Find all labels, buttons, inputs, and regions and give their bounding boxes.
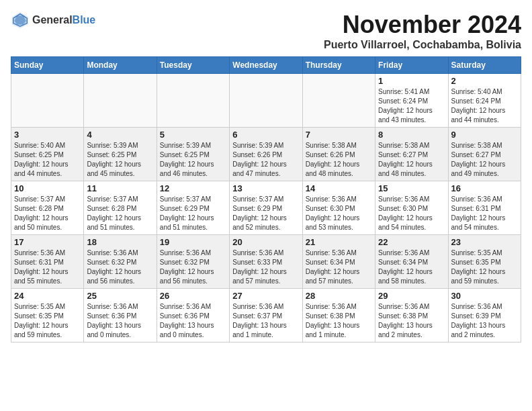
- calendar-subtitle: Puerto Villarroel, Cochabamba, Bolivia: [324, 39, 521, 51]
- day-detail: Sunrise: 5:36 AM Sunset: 6:34 PM Dayligh…: [306, 248, 372, 286]
- calendar-title: November 2024: [324, 11, 521, 39]
- calendar-cell: [11, 74, 84, 128]
- calendar-cell: 4Sunrise: 5:39 AM Sunset: 6:25 PM Daylig…: [84, 128, 157, 181]
- day-detail: Sunrise: 5:37 AM Sunset: 6:29 PM Dayligh…: [232, 195, 299, 232]
- day-detail: Sunrise: 5:39 AM Sunset: 6:26 PM Dayligh…: [232, 141, 299, 179]
- day-detail: Sunrise: 5:37 AM Sunset: 6:29 PM Dayligh…: [160, 195, 226, 232]
- day-number: 3: [14, 130, 81, 140]
- calendar-cell: 20Sunrise: 5:36 AM Sunset: 6:33 PM Dayli…: [230, 235, 302, 289]
- day-number: 30: [451, 291, 518, 301]
- day-number: 24: [14, 291, 81, 301]
- day-number: 17: [14, 237, 81, 247]
- header: GeneralBlue November 2024 Puerto Villarr…: [11, 11, 521, 51]
- day-number: 2: [451, 76, 518, 86]
- day-number: 14: [306, 183, 372, 193]
- day-detail: Sunrise: 5:36 AM Sunset: 6:38 PM Dayligh…: [306, 302, 372, 340]
- calendar-cell: 15Sunrise: 5:36 AM Sunset: 6:30 PM Dayli…: [375, 181, 448, 235]
- calendar-cell: 27Sunrise: 5:36 AM Sunset: 6:37 PM Dayli…: [230, 289, 302, 342]
- calendar-cell: 21Sunrise: 5:36 AM Sunset: 6:34 PM Dayli…: [302, 235, 375, 289]
- col-header-friday: Friday: [375, 57, 448, 74]
- day-detail: Sunrise: 5:37 AM Sunset: 6:28 PM Dayligh…: [87, 195, 153, 232]
- day-number: 15: [378, 183, 445, 193]
- day-number: 13: [232, 183, 299, 193]
- day-detail: Sunrise: 5:36 AM Sunset: 6:30 PM Dayligh…: [306, 195, 372, 232]
- day-number: 4: [87, 130, 153, 140]
- calendar-week-4: 24Sunrise: 5:35 AM Sunset: 6:35 PM Dayli…: [11, 289, 521, 342]
- calendar-cell: 16Sunrise: 5:36 AM Sunset: 6:31 PM Dayli…: [448, 181, 521, 235]
- day-number: 27: [232, 291, 299, 301]
- calendar-cell: 9Sunrise: 5:38 AM Sunset: 6:27 PM Daylig…: [448, 128, 521, 181]
- day-number: 20: [232, 237, 299, 247]
- day-number: 12: [160, 183, 226, 193]
- day-number: 6: [232, 130, 299, 140]
- calendar-cell: 18Sunrise: 5:36 AM Sunset: 6:32 PM Dayli…: [84, 235, 157, 289]
- day-number: 21: [306, 237, 372, 247]
- day-detail: Sunrise: 5:36 AM Sunset: 6:34 PM Dayligh…: [378, 248, 445, 286]
- calendar-cell: [157, 74, 229, 128]
- calendar-cell: 3Sunrise: 5:40 AM Sunset: 6:25 PM Daylig…: [11, 128, 84, 181]
- calendar-cell: [230, 74, 302, 128]
- day-number: 5: [160, 130, 226, 140]
- calendar-cell: 12Sunrise: 5:37 AM Sunset: 6:29 PM Dayli…: [157, 181, 229, 235]
- calendar-cell: 29Sunrise: 5:36 AM Sunset: 6:38 PM Dayli…: [375, 289, 448, 342]
- day-number: 1: [378, 76, 445, 86]
- calendar-cell: 19Sunrise: 5:36 AM Sunset: 6:32 PM Dayli…: [157, 235, 229, 289]
- day-detail: Sunrise: 5:39 AM Sunset: 6:25 PM Dayligh…: [160, 141, 226, 179]
- day-detail: Sunrise: 5:40 AM Sunset: 6:25 PM Dayligh…: [14, 141, 81, 179]
- day-detail: Sunrise: 5:36 AM Sunset: 6:30 PM Dayligh…: [378, 195, 445, 232]
- col-header-tuesday: Tuesday: [157, 57, 229, 74]
- day-detail: Sunrise: 5:36 AM Sunset: 6:31 PM Dayligh…: [451, 195, 518, 232]
- col-header-monday: Monday: [84, 57, 157, 74]
- logo-icon: [11, 11, 30, 30]
- day-detail: Sunrise: 5:39 AM Sunset: 6:25 PM Dayligh…: [87, 141, 153, 179]
- day-detail: Sunrise: 5:36 AM Sunset: 6:36 PM Dayligh…: [160, 302, 226, 340]
- col-header-saturday: Saturday: [448, 57, 521, 74]
- calendar-cell: 22Sunrise: 5:36 AM Sunset: 6:34 PM Dayli…: [375, 235, 448, 289]
- day-number: 19: [160, 237, 226, 247]
- day-number: 18: [87, 237, 153, 247]
- calendar-cell: 28Sunrise: 5:36 AM Sunset: 6:38 PM Dayli…: [302, 289, 375, 342]
- day-number: 10: [14, 183, 81, 193]
- day-number: 7: [306, 130, 372, 140]
- day-number: 11: [87, 183, 153, 193]
- calendar-cell: 30Sunrise: 5:36 AM Sunset: 6:39 PM Dayli…: [448, 289, 521, 342]
- calendar-cell: [84, 74, 157, 128]
- day-number: 25: [87, 291, 153, 301]
- day-number: 22: [378, 237, 445, 247]
- calendar-cell: 7Sunrise: 5:38 AM Sunset: 6:26 PM Daylig…: [302, 128, 375, 181]
- day-number: 8: [378, 130, 445, 140]
- calendar-cell: 17Sunrise: 5:36 AM Sunset: 6:31 PM Dayli…: [11, 235, 84, 289]
- day-detail: Sunrise: 5:38 AM Sunset: 6:27 PM Dayligh…: [451, 141, 518, 179]
- calendar-cell: 6Sunrise: 5:39 AM Sunset: 6:26 PM Daylig…: [230, 128, 302, 181]
- col-header-thursday: Thursday: [302, 57, 375, 74]
- calendar-cell: 25Sunrise: 5:36 AM Sunset: 6:36 PM Dayli…: [84, 289, 157, 342]
- day-number: 28: [306, 291, 372, 301]
- day-detail: Sunrise: 5:36 AM Sunset: 6:36 PM Dayligh…: [87, 302, 153, 340]
- calendar-cell: 24Sunrise: 5:35 AM Sunset: 6:35 PM Dayli…: [11, 289, 84, 342]
- calendar-cell: 2Sunrise: 5:40 AM Sunset: 6:24 PM Daylig…: [448, 74, 521, 128]
- calendar-week-0: 1Sunrise: 5:41 AM Sunset: 6:24 PM Daylig…: [11, 74, 521, 128]
- day-detail: Sunrise: 5:35 AM Sunset: 6:35 PM Dayligh…: [451, 248, 518, 286]
- title-area: November 2024 Puerto Villarroel, Cochaba…: [324, 11, 521, 51]
- col-header-sunday: Sunday: [11, 57, 84, 74]
- day-detail: Sunrise: 5:36 AM Sunset: 6:37 PM Dayligh…: [232, 302, 299, 340]
- logo-text: GeneralBlue: [32, 14, 95, 26]
- day-detail: Sunrise: 5:40 AM Sunset: 6:24 PM Dayligh…: [451, 87, 518, 125]
- day-detail: Sunrise: 5:38 AM Sunset: 6:27 PM Dayligh…: [378, 141, 445, 179]
- logo: GeneralBlue: [11, 11, 95, 30]
- calendar-header-row: SundayMondayTuesdayWednesdayThursdayFrid…: [11, 57, 521, 74]
- day-detail: Sunrise: 5:36 AM Sunset: 6:38 PM Dayligh…: [378, 302, 445, 340]
- day-detail: Sunrise: 5:36 AM Sunset: 6:32 PM Dayligh…: [160, 248, 226, 286]
- calendar-week-1: 3Sunrise: 5:40 AM Sunset: 6:25 PM Daylig…: [11, 128, 521, 181]
- col-header-wednesday: Wednesday: [230, 57, 302, 74]
- calendar-cell: 1Sunrise: 5:41 AM Sunset: 6:24 PM Daylig…: [375, 74, 448, 128]
- day-number: 9: [451, 130, 518, 140]
- day-number: 26: [160, 291, 226, 301]
- day-detail: Sunrise: 5:35 AM Sunset: 6:35 PM Dayligh…: [14, 302, 81, 340]
- calendar-cell: 14Sunrise: 5:36 AM Sunset: 6:30 PM Dayli…: [302, 181, 375, 235]
- day-number: 16: [451, 183, 518, 193]
- day-detail: Sunrise: 5:37 AM Sunset: 6:28 PM Dayligh…: [14, 195, 81, 232]
- calendar-cell: 10Sunrise: 5:37 AM Sunset: 6:28 PM Dayli…: [11, 181, 84, 235]
- calendar-cell: 23Sunrise: 5:35 AM Sunset: 6:35 PM Dayli…: [448, 235, 521, 289]
- day-detail: Sunrise: 5:36 AM Sunset: 6:32 PM Dayligh…: [87, 248, 153, 286]
